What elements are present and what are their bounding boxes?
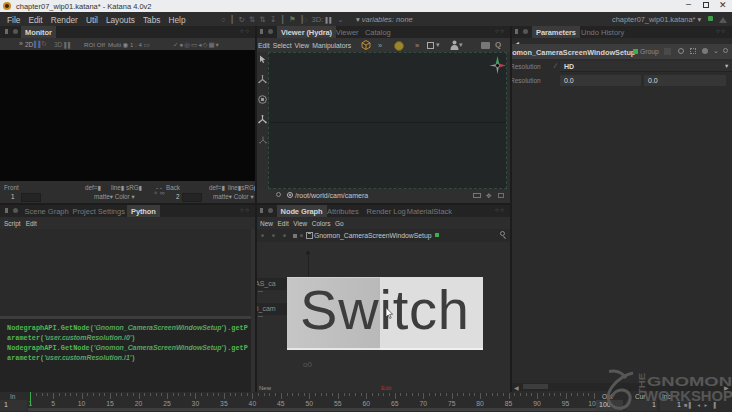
- svg-text:WORKSHOP: WORKSHOP: [644, 388, 732, 404]
- svg-text:GNOMON: GNOMON: [647, 375, 732, 389]
